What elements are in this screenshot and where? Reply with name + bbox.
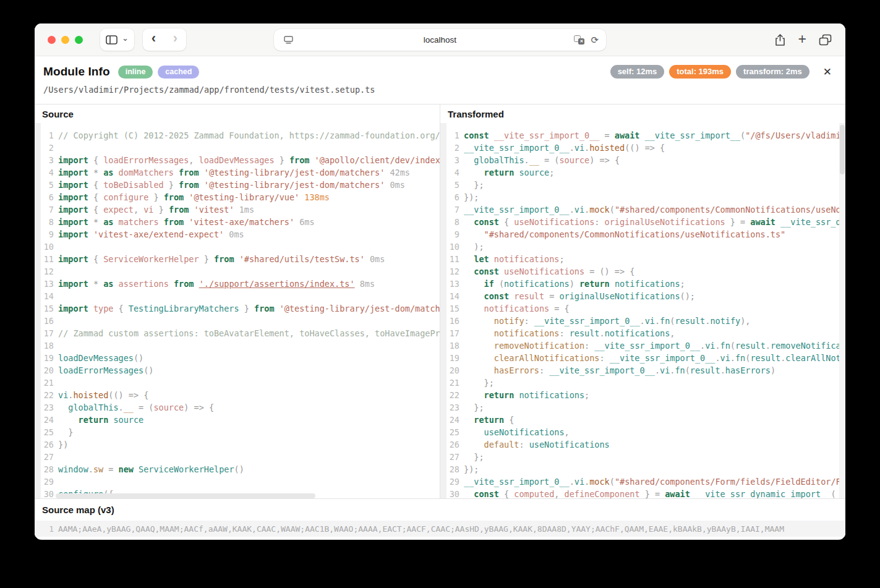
line-number: 18 [41,339,58,352]
line-number: 24 [41,414,58,426]
sourcemap-mappings: AAMA;AAeA,yBAAG,QAAQ,MAAM;AACf,aAAW,KAAK… [58,524,784,534]
code-text: notify: __vite_ssr_import_0__.vi.fn(resu… [464,315,845,327]
line-number: 22 [446,389,464,401]
source-pane[interactable]: Source 1// Copyright (C) 2012-2025 Zamma… [35,104,440,499]
forward-button[interactable]: › [173,32,177,45]
sourcemap-section: Source map (v3) 1 AAMA;AAeA,yBAAG,QAAQ,M… [35,498,845,537]
share-button[interactable] [774,33,786,46]
close-window-button[interactable] [48,36,56,44]
line-number: 26 [41,438,58,451]
code-line: 16 [35,315,440,327]
back-button[interactable]: ‹ [152,32,156,45]
code-line: 1const __vite_ssr_import_0__ = await __v… [440,129,845,142]
line-number: 20 [41,364,58,377]
code-text: }; [464,377,845,389]
code-text: clearAllNotifications: __vite_ssr_import… [464,352,845,364]
zoom-window-button[interactable] [75,36,83,44]
address-bar[interactable]: localhost ✕ ⟳ [274,29,606,51]
code-line: 29__vite_ssr_import_0__.vi.mock("#shared… [440,475,845,488]
code-line: 24 return { [440,414,845,426]
source-horizontal-scrollbar[interactable] [56,493,315,498]
code-text: return notifications; [464,389,845,401]
code-line: 22vi.hoisted(() => { [35,389,440,401]
sourcemap-title: Source map (v3) [42,505,845,515]
code-text: __vite_ssr_import_0__.vi.mock("#shared/c… [464,203,845,216]
page-settings-icon[interactable] [284,36,293,44]
line-number: 5 [41,179,58,191]
code-line: 17 notifications: result.notifications, [440,327,845,339]
code-text [58,142,440,154]
code-text: loadDevMessages() [58,352,440,364]
code-text: loadErrorMessages() [58,364,440,377]
line-number: 9 [446,228,464,241]
nav-buttons: ‹ › [143,28,186,51]
code-line: 25 useNotifications, [440,426,845,438]
code-line: 18 [35,339,440,352]
code-line: 30 const { computed, defineComponent } =… [440,488,845,499]
line-number: 18 [446,339,464,352]
code-text: }) [58,438,440,451]
code-line: 10 [35,241,440,253]
code-line: 1// Copyright (C) 2012-2025 Zammad Found… [35,129,440,142]
code-line: 16 notify: __vite_ssr_import_0__.vi.fn(r… [440,315,845,327]
close-icon[interactable]: ✕ [823,66,832,79]
code-line: 20loadErrorMessages() [35,364,440,377]
code-text: const result = originalUseNotifications(… [464,290,845,302]
line-number: 21 [41,377,58,389]
transformed-code[interactable]: 1const __vite_ssr_import_0__ = await __v… [440,123,845,499]
minimize-window-button[interactable] [61,36,69,44]
line-number: 10 [446,241,464,253]
code-line: 2 [35,142,440,154]
code-line: 5import { toBeDisabled } from '@testing-… [35,179,440,191]
code-line: 5 }; [440,179,845,191]
code-text [58,315,440,327]
code-text: default: useNotifications [464,438,845,451]
line-number: 20 [446,364,464,377]
translate-icon[interactable]: ✕ [574,35,584,45]
line-number: 19 [446,352,464,364]
window-controls [48,36,83,44]
code-line: 2__vite_ssr_import_0__.vi.hoisted(() => … [440,142,845,154]
code-line: 13import * as assertions from './support… [35,278,440,290]
tab-overview-button[interactable] [819,34,832,46]
code-text: import { expect, vi } from 'vitest' 1ms [58,203,440,216]
sidebar-toggle-button[interactable]: ⌄ [100,28,134,51]
code-line: 26}) [35,438,440,451]
transformed-pane[interactable]: Transformed 1const __vite_ssr_import_0__… [440,104,845,499]
new-tab-button[interactable]: + [798,32,806,46]
code-text: } [58,426,440,438]
code-line: 9 "#shared/components/CommonNotification… [440,228,845,241]
line-number: 2 [446,142,464,154]
code-text: // Copyright (C) 2012-2025 Zammad Founda… [58,129,440,142]
code-line: 18 removeNotification: __vite_ssr_import… [440,339,845,352]
code-line: 25 } [35,426,440,438]
source-code[interactable]: 1// Copyright (C) 2012-2025 Zammad Found… [35,123,440,499]
line-number: 23 [41,401,58,414]
transformed-pane-title: Transformed [440,104,845,123]
line-number: 13 [446,278,464,290]
code-line: 14 [35,290,440,302]
code-text: notifications: result.notifications, [464,327,845,339]
code-line: 29 [35,475,440,488]
code-line: 24 return source [35,414,440,426]
code-text: const useNotifications = () => { [464,265,845,278]
reload-button[interactable]: ⟳ [591,35,599,46]
code-line: 6import { configure } from '@testing-lib… [35,191,440,203]
line-number: 17 [41,327,58,339]
line-number: 16 [446,315,464,327]
code-text: import * as domMatchers from '@testing-l… [58,166,440,179]
line-number: 6 [446,191,464,203]
code-line: 19loadDevMessages() [35,352,440,364]
transformed-scrollbar-thumb[interactable] [840,125,845,174]
line-number: 24 [446,414,464,426]
code-line: 22 return notifications; [440,389,845,401]
status-badge: inline [118,66,153,79]
code-text [58,377,440,389]
code-text: ); [464,241,845,253]
code-text [58,265,440,278]
chevron-down-icon: ⌄ [122,33,129,43]
code-text: __vite_ssr_import_0__.vi.hoisted(() => { [464,142,845,154]
sidebar-icon [106,35,117,45]
code-text: __vite_ssr_import_0__.vi.mock("#shared/c… [464,475,845,488]
code-text: window.sw = new ServiceWorkerHelper() [58,463,440,475]
